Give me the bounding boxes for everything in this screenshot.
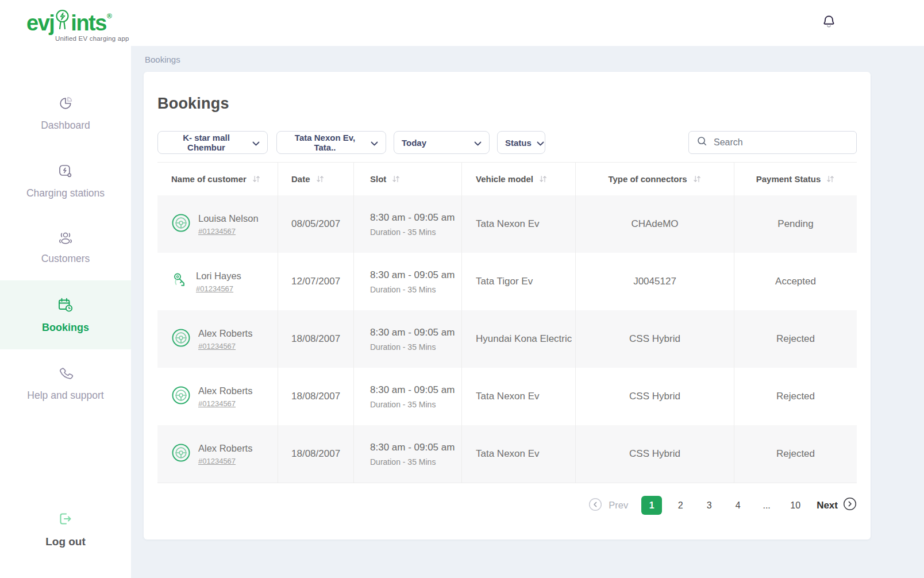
slot-cell: 8:30 am - 09:05 amDuration - 35 Mins <box>354 425 462 483</box>
prev-label: Prev <box>609 500 628 511</box>
steering-wheel-icon <box>171 386 191 408</box>
sidebar-item-bookings[interactable]: Bookings <box>0 280 131 349</box>
main-content: Bookings Bookings K- star mall Chembur T… <box>131 46 924 578</box>
charging-station-icon <box>57 163 74 182</box>
slot-time: 8:30 am - 09:05 am <box>370 384 455 396</box>
pagination-page-10[interactable]: 10 <box>785 496 806 515</box>
customer-name: Alex Roberts <box>198 328 252 339</box>
date-filter-dropdown[interactable]: Today <box>394 131 490 154</box>
bulb-lightning-icon <box>55 9 70 33</box>
bookings-table: Name of customerDateSlotVehicle modelTyp… <box>157 162 857 483</box>
vehicle-model-cell: Tata Nexon Ev <box>462 425 576 483</box>
booking-id-link[interactable]: #01234567 <box>198 457 236 465</box>
vehicle-filter-dropdown[interactable]: Tata Nexon Ev, Tata.. <box>276 131 386 154</box>
notification-bell-icon[interactable] <box>821 14 837 33</box>
sort-icon[interactable] <box>252 175 261 183</box>
sidebar-item-label: Customers <box>41 253 90 265</box>
customer-cell: Louisa Nelson#01234567 <box>157 195 278 253</box>
date-cell: 08/05/2007 <box>278 195 354 253</box>
sort-icon[interactable] <box>826 175 835 183</box>
pagination-next-button[interactable]: Next <box>817 497 857 514</box>
sidebar-item-label: Bookings <box>42 322 89 334</box>
booking-id-link[interactable]: #01234567 <box>198 342 236 350</box>
search-icon <box>696 136 708 149</box>
vehicle-model-cell: Tata Nexon Ev <box>462 195 576 253</box>
sidebar-nav: DashboardCharging stationsCustomersBooki… <box>0 79 131 417</box>
column-header-label: Name of customer <box>171 174 247 184</box>
slot-duration: Duration - 35 Mins <box>370 285 436 294</box>
customer-name: Lori Hayes <box>196 271 241 282</box>
customer-name: Alex Roberts <box>198 443 252 454</box>
pagination-page-4[interactable]: 4 <box>727 496 748 515</box>
sidebar-item-label: Dashboard <box>41 120 90 132</box>
slot-duration: Duration - 35 Mins <box>370 457 436 467</box>
status-filter-dropdown[interactable]: Status <box>497 131 545 154</box>
column-header-label: Date <box>291 174 310 184</box>
brand-tagline: Unified EV charging app <box>55 35 131 42</box>
sort-icon[interactable] <box>315 175 325 183</box>
station-filter-dropdown[interactable]: K- star mall Chembur <box>157 131 268 154</box>
column-header-label: Slot <box>370 174 386 184</box>
pagination: Prev1234...10Next <box>157 496 857 515</box>
vehicle-filter-label: Tata Nexon Ev, Tata.. <box>284 133 365 152</box>
customer-cell: Lori Hayes#01234567 <box>157 253 278 310</box>
next-label: Next <box>817 500 838 511</box>
calendar-clock-icon <box>56 296 75 317</box>
page-title: Bookings <box>157 72 857 113</box>
steering-wheel-icon <box>171 443 191 465</box>
key-icon <box>171 271 188 293</box>
logout-label: Log out <box>45 535 86 548</box>
customer-cell: Alex Roberts#01234567 <box>157 425 278 483</box>
brand-name-left: evj <box>26 12 54 34</box>
pagination-page-3[interactable]: 3 <box>699 496 719 515</box>
chevron-right-circle-icon <box>843 497 857 514</box>
chevron-down-icon <box>537 138 544 148</box>
column-header-name-of-customer: Name of customer <box>157 163 278 195</box>
payment-status-cell: Rejected <box>734 310 857 368</box>
sidebar: evj ints ® Unified EV charging app Dashb… <box>0 0 131 578</box>
sort-icon[interactable] <box>391 175 401 183</box>
column-header-label: Type of connectors <box>608 174 687 184</box>
slot-cell: 8:30 am - 09:05 amDuration - 35 Mins <box>354 195 462 253</box>
booking-id-link[interactable]: #01234567 <box>196 284 233 293</box>
table-row: Alex Roberts#0123456718/08/20078:30 am -… <box>157 368 857 425</box>
customer-name: Louisa Nelson <box>198 213 259 224</box>
connector-type-cell: CHAdeMO <box>576 195 734 253</box>
booking-id-link[interactable]: #01234567 <box>198 227 236 236</box>
brand-name-right: ints <box>71 12 106 34</box>
sidebar-item-charging-stations[interactable]: Charging stations <box>0 147 131 215</box>
column-header-payment-status: Payment Status <box>734 163 857 195</box>
booking-id-link[interactable]: #01234567 <box>198 399 236 408</box>
pagination-page-1[interactable]: 1 <box>641 496 662 515</box>
column-header-date: Date <box>278 163 354 195</box>
connector-type-cell: CSS Hybrid <box>576 310 734 368</box>
sidebar-item-customers[interactable]: Customers <box>0 215 131 280</box>
sort-icon[interactable] <box>692 175 702 183</box>
logout-button[interactable]: Log out <box>0 510 131 548</box>
bookings-card: Bookings K- star mall Chembur Tata Nexon… <box>144 72 871 540</box>
customer-cell: Alex Roberts#01234567 <box>157 368 278 425</box>
slot-time: 8:30 am - 09:05 am <box>370 269 455 281</box>
customer-cell: Alex Roberts#01234567 <box>157 310 278 368</box>
connector-type-cell: CSS Hybrid <box>576 425 734 483</box>
sidebar-item-help-and-support[interactable]: Help and support <box>0 349 131 417</box>
date-filter-label: Today <box>402 138 426 148</box>
phone-icon <box>57 365 74 384</box>
chevron-down-icon <box>371 138 378 148</box>
vehicle-model-cell: Hyundai Kona Electric <box>462 310 576 368</box>
search-input[interactable] <box>714 137 849 148</box>
date-cell: 18/08/2007 <box>278 425 354 483</box>
sidebar-item-dashboard[interactable]: Dashboard <box>0 79 131 147</box>
sidebar-item-label: Charging stations <box>26 187 105 199</box>
vehicle-model-cell: Tata Tigor Ev <box>462 253 576 310</box>
vehicle-model-cell: Tata Nexon Ev <box>462 368 576 425</box>
pagination-prev-button[interactable]: Prev <box>588 498 628 514</box>
table-row: Louisa Nelson#0123456708/05/20078:30 am … <box>157 195 857 253</box>
column-header-slot: Slot <box>354 163 462 195</box>
table-body: Louisa Nelson#0123456708/05/20078:30 am … <box>157 195 857 483</box>
pagination-page-2[interactable]: 2 <box>670 496 691 515</box>
sort-icon[interactable] <box>538 175 548 183</box>
table-row: Lori Hayes#0123456712/07/20078:30 am - 0… <box>157 253 857 310</box>
status-filter-label: Status <box>505 138 532 148</box>
column-header-type-of-connectors: Type of connectors <box>576 163 734 195</box>
